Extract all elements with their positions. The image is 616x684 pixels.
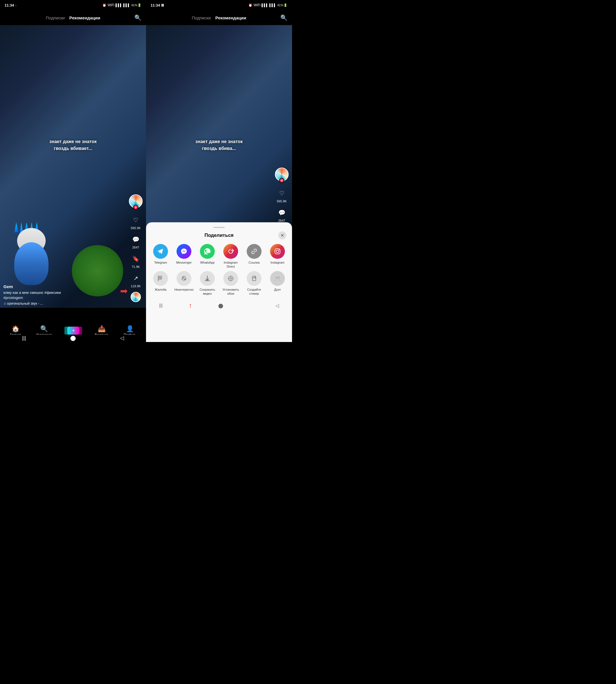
svg-point-4 xyxy=(228,276,233,281)
share-whatsapp[interactable]: WhatsApp xyxy=(197,244,218,265)
search-icon-left[interactable]: 🔍 xyxy=(134,14,141,21)
share-telegram[interactable]: Telegram xyxy=(150,244,171,265)
home-button-right[interactable]: ⬤ xyxy=(218,303,223,309)
messenger-icon xyxy=(177,244,191,259)
share-link[interactable]: Ссылка xyxy=(244,244,264,265)
music-avatar-left xyxy=(131,292,141,302)
time-left: 11:34 ↓ xyxy=(4,3,17,7)
svg-point-5 xyxy=(230,278,232,279)
svg-point-13 xyxy=(278,276,280,279)
video-info-left: Gem кому как а мне смешно #фиксики #pros… xyxy=(3,284,129,305)
video-left[interactable]: знает даже не знаток гвоздь вбивает... xyxy=(0,25,146,308)
recent-button-left[interactable]: ◁ xyxy=(120,335,124,341)
save-icon xyxy=(200,271,215,286)
messenger-label: Messenger xyxy=(176,260,192,265)
sys-nav-right: ||| ↑ ⬤ ◁ xyxy=(146,300,292,312)
svg-point-12 xyxy=(276,276,278,279)
sticker-label: Создайте стикер xyxy=(244,288,264,296)
share-sheet: Поделиться ✕ Telegram xyxy=(146,222,292,342)
share-messenger[interactable]: Messenger xyxy=(174,244,194,265)
back-button-left[interactable]: ||| xyxy=(22,335,26,341)
nav-bar-right: Подписки Рекомендации 🔍 xyxy=(146,10,292,25)
like-button-right[interactable]: ♡ 565.9K xyxy=(276,187,287,203)
nav-bar-left: Подписки Рекомендации 🔍 xyxy=(0,10,146,25)
duet-icon xyxy=(270,271,285,286)
share-wallpaper[interactable]: Установить обои xyxy=(220,271,241,296)
status-bar-right: 11:34 🖼 ⏰ WiFi ▌▌▌ ▌▌▌ 41%🔋 xyxy=(146,0,292,10)
tab-subscriptions-right[interactable]: Подписки xyxy=(192,15,211,20)
share-close-button[interactable]: ✕ xyxy=(278,231,286,240)
save-label: Сохранить видео xyxy=(197,288,218,296)
share-header: Поделиться ✕ xyxy=(146,231,292,244)
dislike-icon xyxy=(177,271,191,286)
link-label: Ссылка xyxy=(249,260,260,265)
share-instagram[interactable]: Instagram xyxy=(267,244,288,265)
left-panel: 11:34 ↓ ⏰ WiFi ▌▌▌ ▌▌▌ 41%🔋 Подписки Рек… xyxy=(0,0,146,342)
username-left[interactable]: Gem xyxy=(3,284,129,289)
avatar-left[interactable]: + xyxy=(129,195,142,208)
sidebar-icons-left: + ♡ 565.9K 💬 2647 🔖 71.9K ↗ 119.9K xyxy=(129,195,142,302)
svg-point-1 xyxy=(276,250,279,253)
telegram-label: Telegram xyxy=(154,260,167,265)
comment-button-left[interactable]: 💬 2647 xyxy=(130,234,141,249)
report-icon xyxy=(153,271,168,286)
wallpaper-icon xyxy=(223,271,238,286)
sidebar-icons-right: + ♡ 565.9K 💬 2647 xyxy=(275,167,289,222)
up-arrow-indicator: ↑ xyxy=(189,301,192,310)
dislike-label: Неинтересно xyxy=(174,288,193,292)
tab-recommendations-left[interactable]: Рекомендации xyxy=(69,15,100,20)
time-right: 11:34 🖼 xyxy=(151,3,164,7)
recent-button-right[interactable]: ◁ xyxy=(276,303,279,309)
share-sticker[interactable]: Создайте стикер xyxy=(244,271,264,296)
share-row-2: Жалоба Неинтересно xyxy=(146,271,292,296)
whatsapp-icon xyxy=(200,244,215,259)
status-icons-right: ⏰ WiFi ▌▌▌ ▌▌▌ 41%🔋 xyxy=(248,3,287,7)
bookmark-button-left[interactable]: 🔖 71.9K xyxy=(130,253,141,269)
link-icon xyxy=(247,244,262,259)
tab-subscriptions-left[interactable]: Подписки xyxy=(46,15,65,20)
instagram-label: Instagram xyxy=(271,260,285,265)
status-icons-left: ⏰ WiFi ▌▌▌ ▌▌▌ 41%🔋 xyxy=(102,3,141,7)
instagram-direct-label: Instagram Direct xyxy=(220,260,241,269)
subtitle-right: знает даже не знаток гвоздь вбива... xyxy=(195,138,243,152)
instagram-direct-icon xyxy=(223,244,238,259)
tab-recommendations-right[interactable]: Рекомендации xyxy=(215,15,246,20)
share-dislike[interactable]: Неинтересно xyxy=(174,271,194,292)
wallpaper-label: Установить обои xyxy=(220,288,241,296)
sys-nav-left: ||| ⬤ ◁ xyxy=(0,335,146,342)
share-row-1: Telegram Messenger xyxy=(146,244,292,269)
instagram-icon xyxy=(270,244,285,259)
svg-point-2 xyxy=(279,249,280,250)
music-left[interactable]: ♫ оригинальный звук - ... xyxy=(3,301,129,305)
search-icon-right[interactable]: 🔍 xyxy=(280,14,287,21)
right-panel: 11:34 🖼 ⏰ WiFi ▌▌▌ ▌▌▌ 41%🔋 Подписки Рек… xyxy=(146,0,292,342)
share-save[interactable]: Сохранить видео xyxy=(197,271,218,296)
home-button-left[interactable]: ⬤ xyxy=(70,335,76,341)
like-button-left[interactable]: ♡ 565.9K xyxy=(130,214,141,230)
create-button-left[interactable]: + xyxy=(67,327,79,335)
status-bar-left: 11:34 ↓ ⏰ WiFi ▌▌▌ ▌▌▌ 41%🔋 xyxy=(0,0,146,10)
avatar-right[interactable]: + xyxy=(275,167,289,181)
share-title: Поделиться xyxy=(160,232,278,238)
share-arrow-indicator: ➡ xyxy=(120,286,128,296)
svg-point-11 xyxy=(255,276,256,277)
share-button-left[interactable]: ↗ 119.9K xyxy=(130,272,141,288)
sticker-icon xyxy=(247,271,262,286)
back-button-right[interactable]: ||| xyxy=(159,303,162,308)
duet-label: Дуэт xyxy=(274,288,281,292)
comment-button-right[interactable]: 💬 2647 xyxy=(276,207,287,222)
caption-left: кому как а мне смешно #фиксики #prostoge… xyxy=(3,290,129,300)
whatsapp-label: WhatsApp xyxy=(200,260,215,265)
share-instagram-direct[interactable]: Instagram Direct xyxy=(220,244,241,269)
telegram-icon xyxy=(153,244,168,259)
share-duet: Дуэт xyxy=(267,271,288,292)
report-label: Жалоба xyxy=(155,288,166,292)
share-handle xyxy=(213,227,225,228)
subtitle-left: знает даже не знаток гвоздь вбивает... xyxy=(49,138,97,152)
nav-create-left[interactable]: + xyxy=(67,327,79,335)
character-left xyxy=(8,205,66,285)
share-report[interactable]: Жалоба xyxy=(150,271,171,292)
